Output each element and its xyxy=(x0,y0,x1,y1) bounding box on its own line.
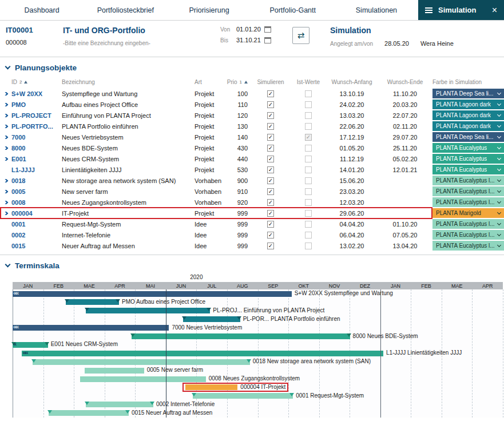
table-row[interactable]: PMOAufbau eines Project OfficeProjekt110… xyxy=(0,99,504,110)
gantt-bar[interactable] xyxy=(132,333,350,339)
table-row[interactable]: PL-PORTFO...PLANTA Portfolio einführenPr… xyxy=(0,121,504,132)
ist-werte-checkbox[interactable] xyxy=(305,232,312,239)
table-row[interactable]: 0018New storage area network system (SAN… xyxy=(0,175,504,186)
farbe-dropdown[interactable]: PLANTA Eucalyptus l... xyxy=(432,186,504,196)
col-simulieren[interactable]: Simulieren xyxy=(251,79,291,85)
planungsobjekte-header[interactable]: Planungsobjekte xyxy=(0,57,504,76)
gantt-bar[interactable] xyxy=(185,384,238,390)
expand-icon[interactable] xyxy=(3,136,8,139)
farbe-dropdown[interactable]: PLANTA Lagoon dark xyxy=(432,121,504,131)
table-row[interactable]: PL-PROJECTEinführung von PLANTA ProjectP… xyxy=(0,110,504,121)
col-wunsch-anfang[interactable]: Wunsch-Anfang xyxy=(326,79,378,85)
expand-icon[interactable] xyxy=(3,114,8,117)
farbe-dropdown[interactable]: PLANTA Deep Sea li... xyxy=(432,132,504,142)
gantt-bar[interactable]: «« xyxy=(22,351,383,356)
gantt-bar[interactable] xyxy=(86,308,211,313)
simulieren-checkbox[interactable]: ✓ xyxy=(267,210,274,217)
gantt-bar[interactable] xyxy=(85,368,144,374)
gantt-bar[interactable] xyxy=(66,299,119,305)
tab-simulation-active[interactable]: Simulation × xyxy=(418,0,504,20)
farbe-dropdown[interactable]: PLANTA Marigold xyxy=(432,208,504,218)
table-row[interactable]: 7000Neues VertriebsystemProjekt140✓✓17.1… xyxy=(0,132,504,142)
expand-icon[interactable] xyxy=(3,146,8,150)
row-id-link[interactable]: 0002 xyxy=(11,232,62,239)
von-value[interactable]: 01.01.20 xyxy=(236,26,261,33)
ist-werte-checkbox[interactable] xyxy=(305,101,312,108)
gantt-bar[interactable]: « xyxy=(13,342,48,348)
nav-item-dashboard[interactable]: Dashboard xyxy=(0,0,84,20)
simulieren-checkbox[interactable]: ✓ xyxy=(267,243,274,249)
expand-icon[interactable] xyxy=(3,92,8,96)
gantt-bar[interactable]: «« xyxy=(13,325,169,331)
simulieren-checkbox[interactable]: ✓ xyxy=(267,134,274,141)
col-id[interactable]: ID 2 xyxy=(11,79,62,85)
simulieren-checkbox[interactable]: ✓ xyxy=(267,101,274,108)
nav-item-priorisierung[interactable]: Priorisierung xyxy=(167,0,251,20)
row-id-link[interactable]: PMO xyxy=(11,101,62,108)
table-row[interactable]: 0001Request-Mgt-SystemIdee999✓04.04.2001… xyxy=(0,219,504,229)
nav-item-portfolio-gantt[interactable]: Portfolio-Gantt xyxy=(251,0,335,20)
row-id-link[interactable]: PL-PROJECT xyxy=(11,112,62,119)
farbe-dropdown[interactable]: PLANTA Lagoon dark xyxy=(432,100,504,109)
simulieren-checkbox[interactable]: ✓ xyxy=(267,112,274,119)
bis-value[interactable]: 31.10.21 xyxy=(236,37,261,43)
row-id-link[interactable]: 0015 xyxy=(11,243,62,249)
farbe-dropdown[interactable]: PLANTA Deep Sea li... xyxy=(432,89,504,98)
row-id-link[interactable]: L1-JJJJ xyxy=(11,166,62,173)
expand-icon[interactable] xyxy=(3,179,8,182)
col-prio[interactable]: Prio 1 xyxy=(229,79,251,85)
simulieren-checkbox[interactable]: ✓ xyxy=(267,156,274,162)
ist-werte-checkbox[interactable] xyxy=(305,166,312,173)
gantt-bar[interactable] xyxy=(193,393,293,399)
ist-werte-checkbox[interactable] xyxy=(305,199,312,206)
table-row[interactable]: 0002Internet-TelefonieIdee999✓06.04.2007… xyxy=(0,229,504,240)
row-id-link[interactable]: 0018 xyxy=(11,177,62,184)
expand-icon[interactable] xyxy=(3,190,8,193)
row-id-link[interactable]: E001 xyxy=(11,156,62,162)
farbe-dropdown[interactable]: PLANTA Eucalyptus l... xyxy=(432,176,504,185)
farbe-dropdown[interactable]: PLANTA Eucalyptus xyxy=(432,154,504,164)
ist-werte-checkbox[interactable] xyxy=(305,145,312,152)
collapse-icon[interactable] xyxy=(5,262,11,268)
close-icon[interactable]: × xyxy=(492,6,497,15)
row-id-link[interactable]: 0005 xyxy=(11,188,62,195)
simulieren-checkbox[interactable]: ✓ xyxy=(267,90,274,97)
row-id-link[interactable]: 000004 xyxy=(11,210,62,217)
simulieren-checkbox[interactable]: ✓ xyxy=(267,166,274,173)
ist-werte-checkbox[interactable] xyxy=(305,243,312,249)
expand-icon[interactable] xyxy=(3,201,8,204)
nav-item-simulationen[interactable]: Simulationen xyxy=(335,0,418,20)
table-row[interactable]: S+W 20XXSystempflege und WartungProjekt1… xyxy=(0,88,504,99)
farbe-dropdown[interactable]: PLANTA Eucalyptus l... xyxy=(432,230,504,240)
terminskala-header[interactable]: Terminskala xyxy=(0,255,504,273)
calendar-icon[interactable] xyxy=(264,26,271,33)
simulieren-checkbox[interactable]: ✓ xyxy=(267,232,274,239)
row-id-link[interactable]: PL-PORTFO... xyxy=(11,123,62,130)
gantt-bar[interactable] xyxy=(49,410,129,416)
expand-icon[interactable] xyxy=(3,125,8,128)
gantt-bar[interactable] xyxy=(183,316,240,322)
simulieren-checkbox[interactable]: ✓ xyxy=(267,188,274,195)
simulieren-checkbox[interactable]: ✓ xyxy=(267,199,274,206)
ist-werte-checkbox[interactable] xyxy=(305,112,312,119)
portfolio-subtitle[interactable]: -Bitte eine Bezeichnung eingeben- xyxy=(63,40,220,46)
table-row[interactable]: 000004IT-ProjektProjekt999✓29.06.20PLANT… xyxy=(0,208,504,219)
ist-werte-checkbox[interactable] xyxy=(305,177,312,184)
ist-werte-checkbox[interactable] xyxy=(305,90,312,97)
col-art[interactable]: Art xyxy=(195,79,229,85)
farbe-dropdown[interactable]: PLANTA Lagoon dark xyxy=(432,110,504,120)
farbe-dropdown[interactable]: PLANTA Eucalyptus xyxy=(432,143,504,153)
ist-werte-checkbox[interactable] xyxy=(305,156,312,162)
calendar-icon[interactable] xyxy=(264,37,271,43)
gantt-bar[interactable]: «« xyxy=(13,291,292,297)
simulieren-checkbox[interactable]: ✓ xyxy=(267,145,274,152)
table-row[interactable]: 0008Neues ZugangskontrollsystemVorhaben9… xyxy=(0,197,504,208)
table-row[interactable]: 0005New server farmVorhaben910✓23.03.20P… xyxy=(0,186,504,197)
col-farbe[interactable]: Farbe in Simulation xyxy=(432,79,504,85)
col-ist-werte[interactable]: Ist-Werte xyxy=(291,79,326,85)
hamburger-icon[interactable] xyxy=(425,10,432,11)
row-id-link[interactable]: 0001 xyxy=(11,221,62,228)
col-wunsch-ende[interactable]: Wunsch-Ende xyxy=(378,79,432,85)
refresh-button[interactable]: ⇄ xyxy=(292,27,309,44)
simulieren-checkbox[interactable]: ✓ xyxy=(267,221,274,228)
